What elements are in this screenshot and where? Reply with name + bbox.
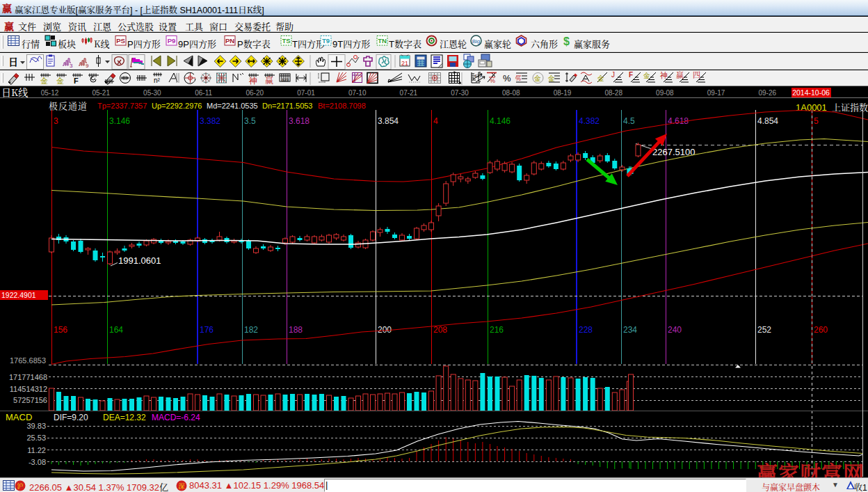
svg-text:260: 260 <box>814 325 828 335</box>
svg-text:Tp=2337.7357: Tp=2337.7357 <box>97 102 147 110</box>
svg-text:4.5: 4.5 <box>623 116 635 126</box>
svg-text:234: 234 <box>623 325 637 335</box>
svg-text:金: 金 <box>533 72 541 83</box>
svg-text:沪: 沪 <box>17 482 23 491</box>
svg-text:4.146: 4.146 <box>490 116 511 126</box>
svg-text:$: $ <box>563 35 570 47</box>
svg-text:F: F <box>74 77 79 85</box>
svg-text:208: 208 <box>433 325 447 335</box>
svg-text:09-26: 09-26 <box>759 89 777 97</box>
svg-text:Up=2292.2976: Up=2292.2976 <box>152 102 202 110</box>
svg-text:深: 深 <box>178 482 184 491</box>
svg-text:123: 123 <box>282 78 289 82</box>
svg-text:T9: T9 <box>322 37 330 45</box>
svg-text:240: 240 <box>668 325 682 335</box>
svg-text:3.618: 3.618 <box>289 116 310 126</box>
svg-text:J: J <box>611 71 615 79</box>
svg-text:赢家财富网: 赢家财富网 <box>757 457 865 477</box>
svg-text:Bt=2108.7098: Bt=2108.7098 <box>318 102 366 110</box>
svg-text:TS: TS <box>282 37 290 45</box>
svg-text:07-01: 07-01 <box>297 89 315 97</box>
svg-text:3: 3 <box>54 116 58 126</box>
svg-text:赢: 赢 <box>265 74 273 86</box>
svg-text:-3.08: -3.08 <box>29 458 46 466</box>
svg-text:MACD=-6.24: MACD=-6.24 <box>152 413 200 422</box>
svg-text:金: 金 <box>597 72 604 83</box>
svg-text:Md=2241.0535: Md=2241.0535 <box>207 102 258 110</box>
svg-text:3.382: 3.382 <box>200 116 220 126</box>
svg-text:09-08: 09-08 <box>656 89 674 97</box>
svg-text:252: 252 <box>757 325 771 335</box>
svg-text:4: 4 <box>433 116 438 126</box>
svg-text:Big: Big <box>472 38 481 45</box>
svg-text:赢: 赢 <box>676 70 684 80</box>
svg-text:05-30: 05-30 <box>143 89 161 97</box>
svg-text:08-28: 08-28 <box>604 89 622 97</box>
svg-text:1765.6853: 1765.6853 <box>10 356 46 365</box>
svg-text:57257156: 57257156 <box>13 396 47 404</box>
svg-text:07-21: 07-21 <box>400 89 418 97</box>
svg-text:07-10: 07-10 <box>348 89 367 97</box>
svg-text:156: 156 <box>54 325 67 335</box>
svg-text:1922.4901: 1922.4901 <box>1 291 36 299</box>
svg-text:金: 金 <box>643 70 650 80</box>
svg-text:39.83: 39.83 <box>26 422 46 430</box>
svg-text:164: 164 <box>109 325 123 335</box>
svg-text:极反通道: 极反通道 <box>49 99 88 112</box>
svg-text:06-11: 06-11 <box>195 89 212 97</box>
svg-text:DEA=12.32: DEA=12.32 <box>103 413 146 422</box>
svg-text:金: 金 <box>547 72 555 83</box>
svg-text:123: 123 <box>475 74 481 78</box>
svg-text:n²: n² <box>154 77 161 84</box>
svg-text:四: 四 <box>693 70 700 80</box>
svg-text:%: % <box>490 77 495 84</box>
svg-text:9: 9 <box>86 63 89 69</box>
svg-text:11.22: 11.22 <box>27 446 46 454</box>
svg-text:神: 神 <box>248 74 257 86</box>
svg-text:F: F <box>629 71 633 79</box>
svg-text:神: 神 <box>660 70 668 80</box>
svg-text:2014-10-06: 2014-10-06 <box>792 88 830 97</box>
svg-text:3: 3 <box>70 63 73 69</box>
svg-text:金: 金 <box>56 74 64 86</box>
svg-text:MACD: MACD <box>6 412 32 422</box>
svg-text:08-08: 08-08 <box>502 89 520 97</box>
svg-text:114514312: 114514312 <box>10 385 47 393</box>
svg-text:%: % <box>503 73 511 84</box>
svg-text:08-19: 08-19 <box>554 89 572 97</box>
svg-text:P9: P9 <box>167 37 175 45</box>
svg-text:188: 188 <box>289 325 303 335</box>
svg-text:171771468: 171771468 <box>9 373 47 381</box>
svg-text:25.53: 25.53 <box>26 434 46 442</box>
svg-text:日: 日 <box>8 54 18 68</box>
svg-text:3.5: 3.5 <box>244 116 256 126</box>
svg-text:228: 228 <box>579 325 593 335</box>
svg-text:3.854: 3.854 <box>378 116 399 126</box>
svg-text:4.854: 4.854 <box>757 116 778 126</box>
svg-text:日K线: 日K线 <box>1 87 28 99</box>
svg-text:DIF=9.20: DIF=9.20 <box>54 413 88 422</box>
svg-text:PS: PS <box>116 37 125 45</box>
svg-text:PN: PN <box>225 37 234 45</box>
svg-text:3.146: 3.146 <box>109 116 130 126</box>
svg-text:09-17: 09-17 <box>707 89 725 97</box>
svg-text:21: 21 <box>401 60 408 67</box>
svg-text:5: 5 <box>814 116 819 126</box>
svg-text:金: 金 <box>40 74 48 86</box>
svg-text:176: 176 <box>200 325 214 335</box>
svg-text:07-30: 07-30 <box>451 89 469 97</box>
svg-text:1991.0601: 1991.0601 <box>118 255 161 266</box>
svg-text:05-12: 05-12 <box>41 89 59 97</box>
svg-text:216: 216 <box>490 325 504 335</box>
svg-text:06-20: 06-20 <box>246 89 264 97</box>
svg-text:05-21: 05-21 <box>92 89 110 97</box>
svg-text:TN: TN <box>378 37 387 45</box>
svg-text:182: 182 <box>244 325 258 335</box>
svg-text:赢: 赢 <box>2 2 12 14</box>
svg-text:4.382: 4.382 <box>579 116 600 126</box>
svg-text:Dn=2171.5053: Dn=2171.5053 <box>262 102 312 110</box>
